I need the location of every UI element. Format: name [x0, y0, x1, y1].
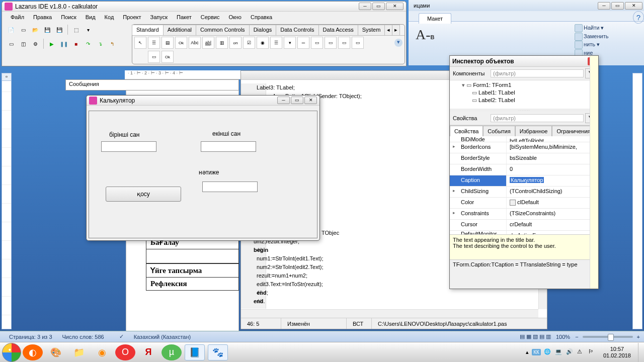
- form-edit1[interactable]: [101, 141, 156, 152]
- menu-package[interactable]: Пакет: [172, 13, 196, 22]
- prop-row-borderstyle[interactable]: BorderStylebsSizeable: [450, 153, 598, 164]
- status-spellcheck-icon[interactable]: ✓: [109, 333, 129, 340]
- taskbar-word-button[interactable]: 📘: [185, 344, 205, 360]
- comp-pointer[interactable]: ↖: [134, 37, 146, 49]
- status-view-buttons[interactable]: ▤ ▦ ▧ ▤ ▥: [520, 333, 551, 340]
- form-designer-window[interactable]: Калькулятор ─ ▭ ✕ бірінші сан екінші сан…: [86, 95, 320, 241]
- palette-tab-system[interactable]: System: [358, 25, 385, 35]
- tray-icon-1[interactable]: 🌐: [544, 348, 552, 356]
- comp-edit[interactable]: ab|: [202, 37, 214, 49]
- comp-actionlist[interactable]: Ok: [162, 51, 174, 63]
- comp-popupmenu[interactable]: ▤: [162, 37, 174, 49]
- comp-frame[interactable]: ▭: [148, 51, 160, 63]
- taskbar-explorer-icon[interactable]: 📁: [69, 344, 89, 360]
- tree-item-form1[interactable]: ▾ ▭ Form1: TForm1: [452, 81, 596, 89]
- tray-icon-3[interactable]: 🔊: [566, 348, 574, 356]
- status-zoom-value[interactable]: 100%: [551, 334, 575, 340]
- comp-label[interactable]: Abc: [189, 37, 201, 49]
- menu-tools[interactable]: Сервис: [196, 13, 224, 22]
- tb-save[interactable]: 💾: [42, 25, 52, 35]
- tb-step-out[interactable]: ↰: [107, 39, 117, 49]
- menu-project[interactable]: Проект: [118, 13, 145, 22]
- ide-close-button[interactable]: ✕: [386, 3, 404, 10]
- prop-row-bordericons[interactable]: BorderIcons[biSystemMenu,biMinimize,: [450, 142, 598, 153]
- zoom-in-button[interactable]: +: [637, 334, 640, 340]
- tb-stop[interactable]: ■: [71, 39, 81, 49]
- doc-cell-2[interactable]: Үйге тапсырма: [146, 263, 239, 278]
- form-edit3[interactable]: [202, 182, 258, 192]
- status-page[interactable]: Страница: 3 из 3: [4, 334, 57, 340]
- tree-item-label2[interactable]: ▭ Label2: TLabel: [452, 97, 596, 104]
- tb-open[interactable]: 📂: [30, 25, 40, 35]
- form-label3[interactable]: нәтиже: [199, 169, 219, 176]
- tray-icon-4[interactable]: ⚠: [577, 348, 585, 356]
- tb-step-into[interactable]: ↴: [95, 39, 105, 49]
- form-minimize-button[interactable]: ─: [277, 97, 290, 104]
- palette-tab-additional[interactable]: Additional: [163, 25, 196, 35]
- comp-combobox[interactable]: ▾: [284, 37, 296, 49]
- word-help-icon[interactable]: ?: [633, 11, 644, 24]
- show-desktop-button[interactable]: [638, 343, 642, 362]
- menu-window[interactable]: Окно: [224, 13, 246, 22]
- tb-run[interactable]: ▶: [47, 39, 57, 49]
- oi-properties-filter[interactable]: (фильтр): [491, 114, 584, 122]
- prop-row-bidimode[interactable]: BiDiModebdLeftToRight: [450, 136, 598, 142]
- code-hscroll[interactable]: [241, 309, 538, 318]
- tb-view-units[interactable]: ▾: [83, 25, 93, 35]
- oi-component-tree[interactable]: ▾ ▭ Form1: TForm1 ▭ Label1: TLabel ▭ Lab…: [450, 80, 598, 109]
- palette-tab-dialogs[interactable]: Dialogs: [249, 25, 277, 35]
- menu-run[interactable]: Запуск: [146, 13, 172, 22]
- zoom-out-button[interactable]: −: [575, 334, 578, 340]
- word-replace-button[interactable]: Заменить: [575, 32, 640, 40]
- palette-tab-standard[interactable]: Standard: [132, 25, 164, 35]
- prop-row-color[interactable]: Color clDefault: [450, 198, 598, 209]
- taskbar-lazarus-button[interactable]: 🐾: [208, 344, 228, 360]
- oi-hint-scroll[interactable]: [590, 56, 598, 289]
- form-edit2[interactable]: [201, 141, 256, 152]
- tray-icon-2[interactable]: 💻: [555, 348, 563, 356]
- menu-code[interactable]: Код: [100, 13, 119, 22]
- palette-tab-next[interactable]: ▸: [392, 25, 400, 35]
- comp-listbox[interactable]: ☰: [270, 37, 282, 49]
- status-word-count[interactable]: Число слов: 586: [57, 334, 109, 340]
- palette-options-button[interactable]: ▾: [394, 39, 403, 47]
- taskbar-yandex-icon[interactable]: Я: [138, 344, 158, 360]
- tb-pause[interactable]: ❚❚: [59, 39, 69, 49]
- word-vertical-scrollbar[interactable]: [632, 73, 642, 329]
- comp-groupbox[interactable]: ▭: [311, 37, 323, 49]
- comp-togglebox[interactable]: on: [229, 37, 242, 49]
- prop-row-defaultmonitor[interactable]: DefaultMonitordmActiveForm: [450, 231, 598, 234]
- tb-step-over[interactable]: ↷: [83, 39, 93, 49]
- tb-new-unit[interactable]: 📄: [6, 25, 16, 35]
- oi-tab-properties[interactable]: Свойства: [450, 126, 483, 136]
- form-label1[interactable]: бірінші сан: [109, 131, 139, 138]
- prop-row-cursor[interactable]: CursorcrDefault: [450, 220, 598, 231]
- form-design-surface[interactable]: бірінші сан екінші сан нәтиже қосу: [89, 111, 317, 238]
- word-ribbon-tab-layout[interactable]: Макет: [419, 13, 451, 24]
- palette-tab-datacontrols[interactable]: Data Controls: [276, 25, 318, 35]
- word-minimize-button[interactable]: ─: [598, 2, 610, 10]
- menu-search[interactable]: Поиск: [56, 13, 80, 22]
- prop-row-childsizing[interactable]: ChildSizing(TControlChildSizing): [450, 187, 598, 198]
- comp-radiogroup[interactable]: ▭: [325, 37, 337, 49]
- tb-toggle[interactable]: ◫: [18, 39, 28, 49]
- form-button1[interactable]: қосу: [106, 187, 181, 202]
- form-close-button[interactable]: ✕: [304, 97, 317, 104]
- comp-checkgroup[interactable]: ▭: [338, 37, 350, 49]
- form-maximize-button[interactable]: ▭: [291, 97, 303, 104]
- tb-toggle-form[interactable]: ⬚: [71, 25, 81, 35]
- comp-scrollbar[interactable]: ═: [297, 37, 309, 49]
- tray-show-hidden-icon[interactable]: ▴: [526, 349, 529, 355]
- ide-maximize-button[interactable]: ▭: [372, 3, 385, 10]
- taskbar-paint-icon[interactable]: 🎨: [46, 344, 66, 360]
- oi-property-grid[interactable]: BiDiModebdLeftToRightBorderIcons[biSyste…: [450, 136, 598, 234]
- menu-file[interactable]: Файл: [6, 13, 29, 22]
- tree-item-label1[interactable]: ▭ Label1: TLabel: [452, 89, 596, 97]
- taskbar-app-1[interactable]: ◐: [23, 344, 43, 360]
- comp-radiobutton[interactable]: ◉: [257, 37, 269, 49]
- word-find-button[interactable]: Найти ▾: [575, 24, 640, 32]
- doc-cell-empty[interactable]: [146, 249, 239, 263]
- prop-row-borderwidth[interactable]: BorderWidth0: [450, 164, 598, 175]
- prop-row-caption[interactable]: CaptionКалькулятор: [450, 175, 598, 187]
- menu-edit[interactable]: Правка: [29, 13, 56, 22]
